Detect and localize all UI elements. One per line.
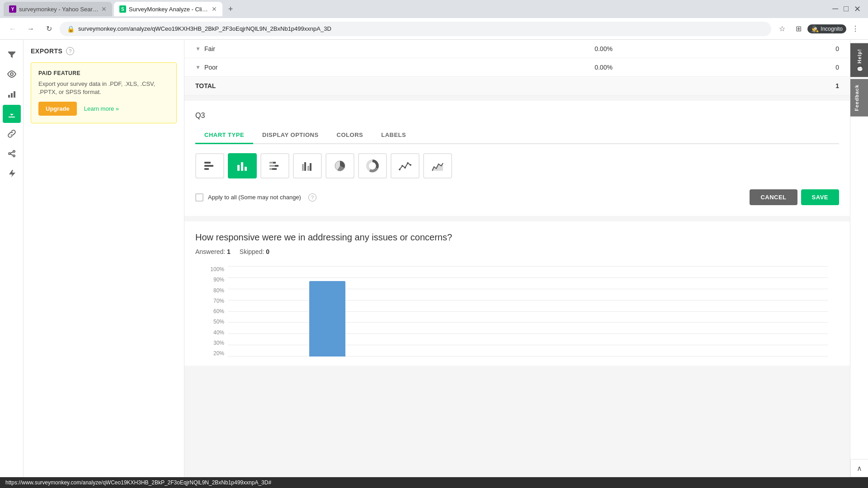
right-sidebar: 💬 Help! Feedback ∧ <box>850 40 868 477</box>
skipped-value: 0 <box>266 248 269 255</box>
svg-rect-22 <box>310 163 311 171</box>
tab-sm-close[interactable]: ✕ <box>212 5 217 13</box>
sidebar-icon-link[interactable] <box>3 125 21 143</box>
tab-surveymonkey[interactable]: S SurveyMonkey Analyze - Client... ✕ <box>114 2 222 16</box>
chart-type-line[interactable] <box>391 153 420 178</box>
svg-rect-19 <box>302 164 304 171</box>
svg-rect-2 <box>11 93 13 98</box>
apply-all-help-icon[interactable]: ? <box>308 193 316 202</box>
settings-tabs: CHART TYPE DISPLAY OPTIONS COLORS LABELS <box>195 127 839 144</box>
exports-title: EXPORTS <box>31 47 62 55</box>
expand-icon-poor[interactable]: ▼ <box>195 64 201 70</box>
new-tab-button[interactable]: + <box>224 3 237 15</box>
bookmark-button[interactable]: ☆ <box>775 22 789 36</box>
address-bar[interactable]: 🔒 surveymonkey.com/analyze/qWCeo19KXH3HB… <box>60 22 771 36</box>
cancel-button[interactable]: CANCEL <box>750 189 797 205</box>
total-row: TOTAL 1 <box>184 77 850 95</box>
apply-all-label: Apply to all (Some may not change) ? <box>195 193 316 202</box>
sidebar-icon-view[interactable] <box>3 65 21 83</box>
total-count: 1 <box>746 77 850 95</box>
tab-yahoo[interactable]: Y surveymonkey - Yahoo Search ✕ <box>4 2 112 16</box>
tab-yahoo-close[interactable]: ✕ <box>101 5 107 13</box>
chart-type-area[interactable] <box>423 153 452 178</box>
scroll-up-button[interactable]: ∧ <box>850 459 868 477</box>
help-label: Help! <box>857 49 862 64</box>
svg-point-4 <box>13 150 15 152</box>
chart-type-horizontal-bar[interactable] <box>195 153 224 178</box>
close-window-button[interactable]: ✕ <box>854 4 861 14</box>
action-buttons: CANCEL SAVE <box>750 189 839 205</box>
fair-percentage: 0.00% <box>584 40 746 58</box>
left-panel: EXPORTS ? PAID FEATURE Export your surve… <box>24 40 184 477</box>
chart-type-donut[interactable] <box>358 153 387 178</box>
question-section: How responsive were we in addressing any… <box>184 221 850 366</box>
y-label-90: 90% <box>206 277 224 283</box>
svg-rect-12 <box>245 167 247 171</box>
browser-titlebar: Y surveymonkey - Yahoo Search ✕ S Survey… <box>0 0 868 18</box>
svg-rect-17 <box>269 168 272 170</box>
sidebar-icon-lightning[interactable] <box>3 164 21 183</box>
fair-count: 0 <box>746 40 850 58</box>
svg-point-6 <box>13 155 15 157</box>
status-url: https://www.surveymonkey.com/analyze/qWC… <box>5 479 271 486</box>
chart-type-pie[interactable] <box>326 153 354 178</box>
row-label-text-fair: Fair <box>204 45 215 52</box>
sidebar-icon-filter[interactable] <box>3 45 21 63</box>
answered-value: 1 <box>227 248 231 255</box>
tab-colors[interactable]: COLORS <box>328 127 373 144</box>
extension-button[interactable]: ⊞ <box>791 22 806 36</box>
apply-all-checkbox[interactable] <box>195 193 203 202</box>
exports-help-icon[interactable]: ? <box>66 47 74 55</box>
save-button[interactable]: SAVE <box>801 189 839 205</box>
scroll-up-area: ∧ <box>850 459 868 477</box>
poor-count: 0 <box>746 58 850 77</box>
tab-sm-label: SurveyMonkey Analyze - Client... <box>129 6 209 13</box>
toolbar-actions: ☆ ⊞ 🕵 Incognito ⋮ <box>775 22 863 36</box>
status-bar: https://www.surveymonkey.com/analyze/qWC… <box>0 477 868 488</box>
bar-chart-container: 100% 90% 80% 70% 60% 50% 40% 30% 20% <box>195 266 839 366</box>
incognito-label: Incognito <box>821 26 843 32</box>
tab-yahoo-label: surveymonkey - Yahoo Search <box>19 6 99 13</box>
y-label-80: 80% <box>206 287 224 294</box>
tab-display-options[interactable]: DISPLAY OPTIONS <box>253 127 328 144</box>
svg-point-26 <box>401 165 403 167</box>
svg-rect-11 <box>241 162 243 171</box>
bar-excellent <box>309 281 345 357</box>
y-label-30: 30% <box>206 340 224 346</box>
menu-button[interactable]: ⋮ <box>848 22 863 36</box>
refresh-button[interactable]: ↻ <box>42 22 56 36</box>
sidebar-icon-export[interactable] <box>3 105 21 123</box>
y-axis: 100% 90% 80% 70% 60% 50% 40% 30% 20% <box>206 266 228 366</box>
upgrade-button[interactable]: Upgrade <box>38 102 77 116</box>
tab-labels[interactable]: LABELS <box>372 127 415 144</box>
poor-percentage: 0.00% <box>584 58 746 77</box>
minimize-button[interactable]: ─ <box>832 4 838 14</box>
svg-rect-15 <box>269 165 275 167</box>
chart-type-grouped-bar[interactable] <box>293 153 322 178</box>
maximize-button[interactable]: □ <box>844 4 849 14</box>
tab-chart-type[interactable]: CHART TYPE <box>195 127 253 144</box>
sidebar-icon-analyze[interactable] <box>3 85 21 103</box>
svg-point-29 <box>410 164 411 166</box>
answered-stat: Answered: 1 <box>195 248 231 255</box>
forward-button[interactable]: → <box>24 22 38 36</box>
back-button[interactable]: ← <box>5 22 20 36</box>
feedback-button[interactable]: Feedback <box>850 79 868 117</box>
chart-type-horizontal-stacked[interactable] <box>260 153 289 178</box>
chart-settings-section: Q3 CHART TYPE DISPLAY OPTIONS COLORS LAB… <box>184 101 850 216</box>
url-display: surveymonkey.com/analyze/qWCeo19KXH3HB_2… <box>78 25 764 32</box>
svg-rect-20 <box>304 162 306 171</box>
sidebar-icon-share[interactable] <box>3 145 21 163</box>
main-content: ▼ Fair 0.00% 0 ▼ Poor <box>184 40 850 477</box>
help-button[interactable]: 💬 Help! <box>850 43 868 77</box>
learn-more-link[interactable]: Learn more » <box>84 105 119 112</box>
y-label-70: 70% <box>206 298 224 304</box>
chart-type-vertical-bar[interactable] <box>228 153 257 178</box>
row-label-fair: ▼ Fair <box>195 45 573 52</box>
data-table: ▼ Fair 0.00% 0 ▼ Poor <box>184 40 850 95</box>
chart-options-row: Apply to all (Some may not change) ? CAN… <box>195 189 839 205</box>
browser-toolbar: ← → ↻ 🔒 surveymonkey.com/analyze/qWCeo19… <box>0 18 868 40</box>
expand-icon-fair[interactable]: ▼ <box>195 46 201 52</box>
incognito-badge: 🕵 Incognito <box>807 24 846 33</box>
table-section: ▼ Fair 0.00% 0 ▼ Poor <box>184 40 850 95</box>
